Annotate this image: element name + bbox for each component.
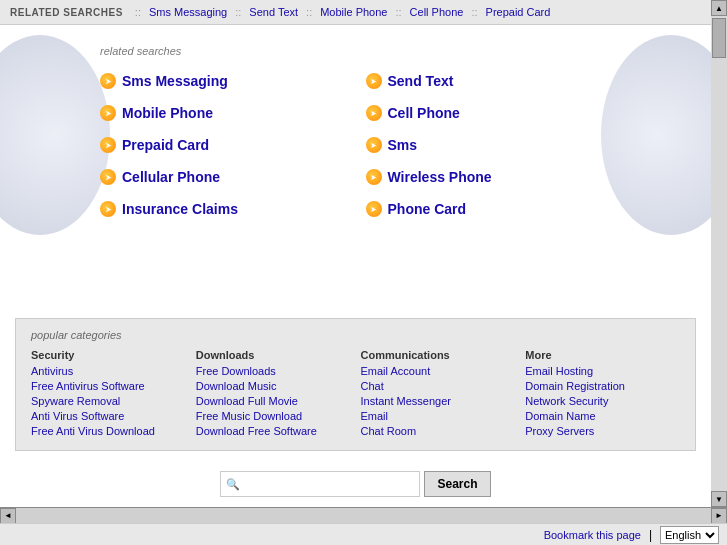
scroll-left-arrow[interactable]: ◄ bbox=[0, 508, 16, 524]
search-input-wrapper: 🔍 bbox=[220, 471, 420, 497]
bookmark-link[interactable]: Bookmark this page bbox=[544, 529, 641, 541]
cat-link-security-0[interactable]: Antivirus bbox=[31, 365, 186, 377]
related-link-0[interactable]: Sms Messaging bbox=[122, 73, 228, 89]
category-title-communications: Communications bbox=[361, 349, 516, 361]
arrow-icon-9 bbox=[366, 201, 382, 217]
related-link-4[interactable]: Prepaid Card bbox=[122, 137, 209, 153]
arrow-icon-8 bbox=[100, 201, 116, 217]
cat-link-downloads-3[interactable]: Free Music Download bbox=[196, 410, 351, 422]
cat-link-more-3[interactable]: Domain Name bbox=[525, 410, 680, 422]
arrow-icon-4 bbox=[100, 137, 116, 153]
cat-link-security-4[interactable]: Free Anti Virus Download bbox=[31, 425, 186, 437]
cat-link-comms-4[interactable]: Chat Room bbox=[361, 425, 516, 437]
cat-link-comms-1[interactable]: Chat bbox=[361, 380, 516, 392]
links-grid: Sms Messaging Send Text Mobile Phone Cel… bbox=[100, 69, 611, 221]
link-item-2: Mobile Phone bbox=[100, 101, 346, 125]
link-item-3: Cell Phone bbox=[366, 101, 612, 125]
cat-link-downloads-1[interactable]: Download Music bbox=[196, 380, 351, 392]
sep1: :: bbox=[135, 6, 141, 18]
cat-link-more-0[interactable]: Email Hosting bbox=[525, 365, 680, 377]
bottom-bar: Bookmark this page | English bbox=[0, 523, 727, 545]
arrow-icon-2 bbox=[100, 105, 116, 121]
cat-link-comms-0[interactable]: Email Account bbox=[361, 365, 516, 377]
topbar-link-1[interactable]: Send Text bbox=[249, 6, 298, 18]
scroll-right-arrow[interactable]: ► bbox=[711, 508, 727, 524]
link-item-0: Sms Messaging bbox=[100, 69, 346, 93]
link-item-5: Sms bbox=[366, 133, 612, 157]
popular-label: popular categories bbox=[31, 329, 680, 341]
related-link-2[interactable]: Mobile Phone bbox=[122, 105, 213, 121]
link-item-8: Insurance Claims bbox=[100, 197, 346, 221]
related-link-5[interactable]: Sms bbox=[388, 137, 418, 153]
sep5: :: bbox=[471, 6, 477, 18]
cat-link-downloads-0[interactable]: Free Downloads bbox=[196, 365, 351, 377]
cat-link-security-2[interactable]: Spyware Removal bbox=[31, 395, 186, 407]
scroll-up-arrow[interactable]: ▲ bbox=[711, 0, 727, 16]
arrow-icon-1 bbox=[366, 73, 382, 89]
link-item-9: Phone Card bbox=[366, 197, 612, 221]
topbar-link-0[interactable]: Sms Messaging bbox=[149, 6, 227, 18]
link-item-4: Prepaid Card bbox=[100, 133, 346, 157]
arrow-icon-3 bbox=[366, 105, 382, 121]
cat-link-comms-3[interactable]: Email bbox=[361, 410, 516, 422]
related-link-8[interactable]: Insurance Claims bbox=[122, 201, 238, 217]
bottom-scrollbar[interactable]: ◄ ► bbox=[0, 507, 727, 523]
right-scrollbar[interactable]: ▲ ▼ bbox=[711, 0, 727, 507]
related-link-9[interactable]: Phone Card bbox=[388, 201, 467, 217]
category-title-downloads: Downloads bbox=[196, 349, 351, 361]
arrow-icon-5 bbox=[366, 137, 382, 153]
related-label: related searches bbox=[100, 45, 611, 57]
category-col-security: Security Antivirus Free Antivirus Softwa… bbox=[31, 349, 186, 440]
language-select[interactable]: English bbox=[660, 526, 719, 544]
cat-link-security-1[interactable]: Free Antivirus Software bbox=[31, 380, 186, 392]
cat-link-downloads-4[interactable]: Download Free Software bbox=[196, 425, 351, 437]
related-link-7[interactable]: Wireless Phone bbox=[388, 169, 492, 185]
topbar-link-2[interactable]: Mobile Phone bbox=[320, 6, 387, 18]
link-item-7: Wireless Phone bbox=[366, 165, 612, 189]
main-content: related searches Sms Messaging Send Text bbox=[0, 25, 711, 308]
sep2: :: bbox=[235, 6, 241, 18]
arrow-icon-0 bbox=[100, 73, 116, 89]
cat-link-comms-2[interactable]: Instant Messenger bbox=[361, 395, 516, 407]
topbar-link-4[interactable]: Prepaid Card bbox=[486, 6, 551, 18]
cat-link-more-4[interactable]: Proxy Servers bbox=[525, 425, 680, 437]
top-related-bar: RELATED SEARCHES :: Sms Messaging :: Sen… bbox=[0, 0, 711, 25]
related-searches-section: related searches Sms Messaging Send Text bbox=[20, 35, 691, 241]
arrow-icon-7 bbox=[366, 169, 382, 185]
scroll-down-arrow[interactable]: ▼ bbox=[711, 491, 727, 507]
search-button[interactable]: Search bbox=[424, 471, 490, 497]
scroll-track-vertical[interactable] bbox=[711, 16, 727, 491]
bottom-separator: | bbox=[649, 528, 652, 542]
sep3: :: bbox=[306, 6, 312, 18]
category-col-more: More Email Hosting Domain Registration N… bbox=[525, 349, 680, 440]
related-link-1[interactable]: Send Text bbox=[388, 73, 454, 89]
search-icon: 🔍 bbox=[226, 478, 240, 491]
cat-link-more-2[interactable]: Network Security bbox=[525, 395, 680, 407]
cat-link-downloads-2[interactable]: Download Full Movie bbox=[196, 395, 351, 407]
related-link-3[interactable]: Cell Phone bbox=[388, 105, 460, 121]
related-link-6[interactable]: Cellular Phone bbox=[122, 169, 220, 185]
search-bar-section: 🔍 Search bbox=[0, 461, 711, 507]
category-title-security: Security bbox=[31, 349, 186, 361]
search-input[interactable] bbox=[220, 471, 420, 497]
popular-categories-section: popular categories Security Antivirus Fr… bbox=[15, 318, 696, 451]
link-item-1: Send Text bbox=[366, 69, 612, 93]
cat-link-more-1[interactable]: Domain Registration bbox=[525, 380, 680, 392]
sep4: :: bbox=[395, 6, 401, 18]
category-title-more: More bbox=[525, 349, 680, 361]
cat-link-security-3[interactable]: Anti Virus Software bbox=[31, 410, 186, 422]
link-item-6: Cellular Phone bbox=[100, 165, 346, 189]
category-col-communications: Communications Email Account Chat Instan… bbox=[361, 349, 516, 440]
topbar-link-3[interactable]: Cell Phone bbox=[410, 6, 464, 18]
arrow-icon-6 bbox=[100, 169, 116, 185]
scroll-thumb-vertical[interactable] bbox=[712, 18, 726, 58]
categories-grid: Security Antivirus Free Antivirus Softwa… bbox=[31, 349, 680, 440]
related-searches-label: RELATED SEARCHES bbox=[10, 7, 123, 18]
category-col-downloads: Downloads Free Downloads Download Music … bbox=[196, 349, 351, 440]
